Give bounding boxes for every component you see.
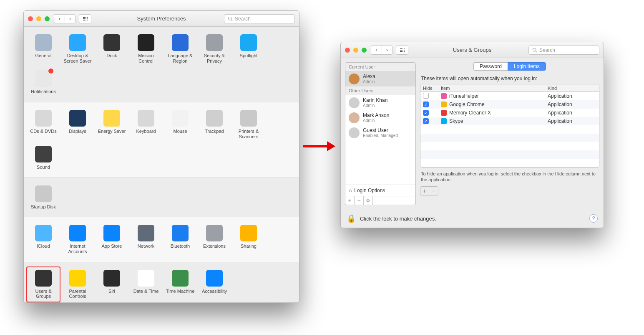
appstore-icon <box>103 225 120 241</box>
user-current[interactable]: Alexa Admin <box>345 71 415 86</box>
titlebar: ‹ › Users & Groups Search <box>341 42 604 58</box>
siri-icon <box>103 270 120 287</box>
pref-extensions[interactable]: Extensions <box>197 221 231 257</box>
search-field[interactable]: Search <box>224 14 295 23</box>
tab-password[interactable]: Password <box>473 62 508 71</box>
hide-checkbox[interactable]: ✓ <box>423 118 429 124</box>
pref-label: Dock <box>96 53 127 58</box>
pref-dock[interactable]: Dock <box>95 31 129 67</box>
add-remove-controls: + − <box>420 186 438 195</box>
col-item[interactable]: Item <box>438 86 545 91</box>
login-item-row[interactable]: iTunesHelperApplication <box>420 92 599 100</box>
zoom-button[interactable] <box>362 48 367 53</box>
startup-icon <box>35 185 52 202</box>
pref-displays[interactable]: Displays <box>60 107 95 142</box>
pref-label: Date & Time <box>131 289 161 294</box>
minimize-button[interactable] <box>353 48 358 53</box>
internet-icon <box>69 225 86 241</box>
remove-user-button[interactable]: − <box>355 196 364 205</box>
pref-mission[interactable]: Mission Control <box>129 31 163 67</box>
pref-bluetooth[interactable]: Bluetooth <box>163 221 197 257</box>
pref-printers[interactable]: Printers & Scanners <box>231 107 266 142</box>
pref-label: iCloud <box>28 244 59 249</box>
show-all-button[interactable] <box>396 46 408 55</box>
pref-sharing[interactable]: Sharing <box>231 221 266 257</box>
close-button[interactable] <box>345 48 350 53</box>
displays-icon <box>69 110 86 127</box>
pref-trackpad[interactable]: Trackpad <box>197 107 231 142</box>
back-button[interactable]: ‹ <box>371 46 382 55</box>
minimize-button[interactable] <box>36 16 41 21</box>
login-item-row[interactable]: ✓Memory Cleaner XApplication <box>420 109 599 117</box>
pref-security[interactable]: Security & Privacy <box>197 31 231 67</box>
pref-sound[interactable]: Sound <box>26 142 60 173</box>
icloud-icon <box>35 225 52 241</box>
pref-network[interactable]: Network <box>129 221 163 257</box>
pref-energy[interactable]: Energy Saver <box>95 107 129 142</box>
pref-language[interactable]: Language & Region <box>163 31 197 67</box>
pref-label: Users & Groups <box>28 289 59 299</box>
login-options-label: Login Options <box>354 188 385 193</box>
pref-spotlight[interactable]: Spotlight <box>231 31 266 67</box>
footer: 🔒 Click the lock to make changes. ? <box>341 209 604 228</box>
printers-icon <box>240 110 257 127</box>
add-item-button[interactable]: + <box>420 187 429 195</box>
lock-icon[interactable]: 🔒 <box>347 214 356 223</box>
forward-button[interactable]: › <box>65 14 75 23</box>
svg-line-1 <box>231 20 232 21</box>
general-icon <box>35 34 52 51</box>
svg-marker-3 <box>327 141 335 151</box>
pref-appstore[interactable]: App Store <box>95 221 129 257</box>
pref-keyboard[interactable]: Keyboard <box>129 107 163 142</box>
avatar <box>349 74 360 84</box>
add-user-button[interactable]: + <box>345 196 355 205</box>
pref-notifications[interactable]: Notifications <box>26 67 60 98</box>
forward-button[interactable]: › <box>382 46 392 55</box>
back-button[interactable]: ‹ <box>54 14 65 23</box>
pref-timemachine[interactable]: Time Machine <box>163 266 197 302</box>
pref-users[interactable]: Users & Groups <box>26 266 60 302</box>
pref-cds[interactable]: CDs & DVDs <box>26 107 60 142</box>
hide-checkbox[interactable] <box>423 93 429 99</box>
help-button[interactable]: ? <box>589 214 598 223</box>
pref-label: Extensions <box>199 244 230 249</box>
user-item[interactable]: Guest UserEnabled, Managed <box>345 125 415 140</box>
zoom-button[interactable] <box>45 16 50 21</box>
svg-point-0 <box>229 17 232 20</box>
search-field[interactable]: Search <box>528 46 599 55</box>
language-icon <box>172 34 189 51</box>
pref-datetime[interactable]: Date & Time <box>129 266 163 302</box>
accessibility-icon <box>206 270 223 287</box>
remove-item-button[interactable]: − <box>429 187 438 195</box>
pref-startup[interactable]: Startup Disk <box>26 182 60 213</box>
home-icon: ⌂ <box>349 188 352 193</box>
security-icon <box>206 34 223 51</box>
pref-general[interactable]: General <box>26 31 60 67</box>
tab-login-items[interactable]: Login Items <box>508 62 546 71</box>
login-options[interactable]: ⌂ Login Options <box>345 185 415 196</box>
user-actions-button[interactable]: ⚙ <box>364 196 373 205</box>
user-item[interactable]: Karin KhanAdmin <box>345 95 415 110</box>
pref-desktop[interactable]: Desktop & Screen Saver <box>60 31 95 67</box>
col-hide[interactable]: Hide <box>420 86 438 91</box>
pref-internet[interactable]: Internet Accounts <box>60 221 95 257</box>
hide-checkbox[interactable]: ✓ <box>423 102 429 107</box>
pref-siri[interactable]: Siri <box>95 266 129 302</box>
login-item-row[interactable]: ✓Google ChromeApplication <box>420 100 599 109</box>
pref-parental[interactable]: Parental Controls <box>60 266 95 302</box>
dock-icon <box>103 34 120 51</box>
login-item-row[interactable]: ✓SkypeApplication <box>420 117 599 125</box>
spotlight-icon <box>240 34 257 51</box>
pref-accessibility[interactable]: Accessibility <box>197 266 231 302</box>
traffic-lights <box>345 48 367 53</box>
col-kind[interactable]: Kind <box>545 86 599 91</box>
pref-icloud[interactable]: iCloud <box>26 221 60 257</box>
pref-mouse[interactable]: Mouse <box>163 107 197 142</box>
show-all-button[interactable] <box>79 14 91 23</box>
traffic-lights <box>28 16 50 21</box>
close-button[interactable] <box>28 16 33 21</box>
search-icon <box>228 16 233 21</box>
pref-label: Keyboard <box>131 129 161 134</box>
hide-checkbox[interactable]: ✓ <box>423 110 429 116</box>
user-item[interactable]: Mark AnsonAdmin <box>345 110 415 125</box>
